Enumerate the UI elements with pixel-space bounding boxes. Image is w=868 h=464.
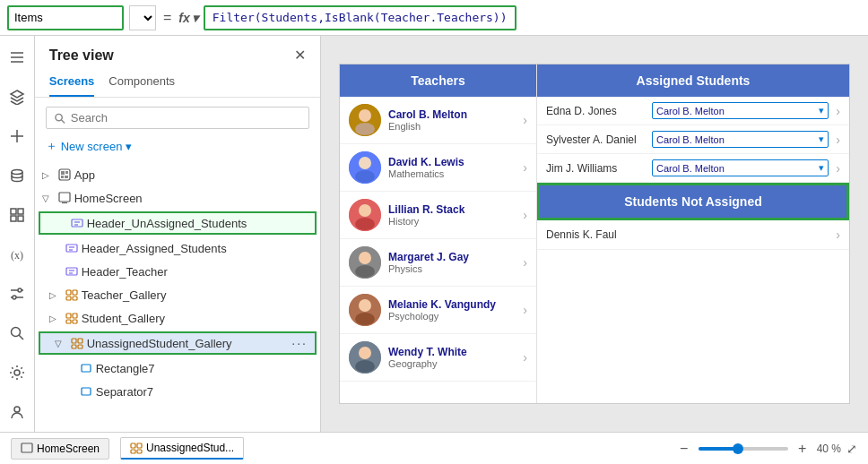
teacher-gallery-label: Teacher_Gallery bbox=[82, 288, 167, 302]
avatar-image bbox=[349, 246, 381, 279]
more-options-button[interactable]: ··· bbox=[291, 336, 308, 350]
settings-icon[interactable] bbox=[3, 358, 31, 387]
variable-icon[interactable]: (x) bbox=[3, 240, 31, 269]
tree-item-header-assigned[interactable]: ▷ Header_Assigned_Students bbox=[35, 236, 320, 260]
dropdown[interactable] bbox=[129, 5, 156, 30]
tree-search-box[interactable] bbox=[46, 107, 309, 129]
svg-rect-35 bbox=[66, 268, 77, 275]
svg-rect-43 bbox=[73, 314, 77, 318]
app-frame: Teachers Carol B. Melton English › bbox=[339, 64, 850, 404]
rectangle7-label: Rectangle7 bbox=[96, 362, 155, 375]
teacher-avatar bbox=[349, 151, 381, 184]
teacher-item[interactable]: David K. Lewis Mathematics › bbox=[340, 144, 536, 192]
homescreen-tab[interactable]: HomeScreen bbox=[11, 438, 109, 460]
svg-rect-39 bbox=[73, 290, 77, 295]
tab-components[interactable]: Components bbox=[108, 71, 175, 97]
teacher-info: Wendy T. White Geography bbox=[388, 346, 516, 369]
items-input[interactable] bbox=[7, 5, 124, 30]
svg-point-68 bbox=[359, 347, 371, 359]
tree-item-separator7[interactable]: ▷ Separator7 bbox=[35, 380, 320, 403]
tree-item-rectangle7[interactable]: ▷ Rectangle7 bbox=[35, 357, 320, 380]
avatar-image bbox=[349, 104, 381, 136]
zoom-in-button[interactable]: + bbox=[794, 440, 812, 458]
teacher-subject: Physics bbox=[388, 263, 516, 274]
svg-point-65 bbox=[359, 299, 371, 312]
teachers-header: Teachers bbox=[340, 64, 536, 97]
chevron-right-icon: › bbox=[523, 255, 527, 270]
chevron-right-icon: › bbox=[523, 303, 527, 317]
user-icon[interactable] bbox=[3, 398, 31, 426]
teacher-item[interactable]: Melanie K. Vangundy Psychology › bbox=[340, 287, 536, 334]
new-screen-button[interactable]: ＋ New screen ▾ bbox=[35, 134, 320, 159]
teacher-select[interactable]: Carol B. Melton ▾ bbox=[652, 102, 829, 119]
chevron-right-icon: › bbox=[523, 160, 527, 175]
separator-icon bbox=[80, 385, 92, 398]
svg-rect-74 bbox=[137, 450, 142, 453]
tree-item-header-teacher[interactable]: ▷ Header_Teacher bbox=[35, 260, 320, 283]
fx-dropdown-arrow: ▾ bbox=[192, 11, 198, 25]
teacher-item[interactable]: Carol B. Melton English › bbox=[340, 97, 536, 144]
gallery-icon bbox=[71, 337, 83, 349]
tree-item-homescreen[interactable]: ▽ HomeScreen bbox=[35, 186, 320, 210]
grid-icon[interactable] bbox=[3, 201, 31, 229]
tab-screens[interactable]: Screens bbox=[49, 71, 95, 97]
tree-item-teacher-gallery[interactable]: ▷ Teacher_Gallery bbox=[35, 283, 320, 306]
tree-item-unassigned-gallery[interactable]: ▽ UnassignedStudent_Gallery ··· bbox=[39, 331, 317, 355]
tree-item-app[interactable]: ▷ App bbox=[35, 163, 320, 186]
add-icon[interactable] bbox=[3, 122, 31, 150]
layers-icon[interactable] bbox=[3, 82, 31, 111]
dropdown-arrow-icon: ▾ bbox=[819, 162, 824, 174]
zoom-controls: − + 40 % ⤢ bbox=[675, 440, 857, 458]
student-gallery-label: Student_Gallery bbox=[82, 312, 165, 325]
zoom-slider[interactable] bbox=[699, 447, 788, 451]
teacher-select[interactable]: Carol B. Melton ▾ bbox=[652, 159, 829, 176]
search-icon[interactable] bbox=[3, 319, 31, 348]
svg-rect-23 bbox=[61, 171, 65, 175]
controls-icon[interactable] bbox=[3, 279, 31, 308]
svg-point-57 bbox=[355, 170, 375, 183]
teacher-select[interactable]: Carol B. Melton ▾ bbox=[652, 131, 829, 148]
rectangle-icon bbox=[80, 362, 92, 374]
student-name: Edna D. Jones bbox=[546, 105, 645, 117]
unassigned-gallery-label: UnassignedStudent_Gallery bbox=[87, 337, 232, 350]
tree-item-header-unassigned[interactable]: ▷ Header_UnAssigned_Students bbox=[39, 211, 317, 235]
search-icon bbox=[54, 112, 65, 125]
teacher-item[interactable]: Wendy T. White Geography › bbox=[340, 334, 536, 382]
header-teacher-label: Header_Teacher bbox=[82, 265, 168, 279]
tree-item-student-gallery[interactable]: ▷ Student_Gallery bbox=[35, 306, 320, 330]
zoom-out-button[interactable]: − bbox=[675, 440, 693, 458]
chevron-right-icon: › bbox=[836, 133, 840, 147]
expand-icon[interactable]: ⤢ bbox=[846, 442, 857, 456]
svg-rect-73 bbox=[131, 450, 135, 453]
unassigned-tab[interactable]: UnassignedStud... bbox=[120, 437, 244, 460]
top-bar: = fx ▾ Filter(Students,IsBlank(Teacher.T… bbox=[0, 0, 868, 36]
hamburger-icon[interactable] bbox=[3, 43, 31, 72]
svg-rect-42 bbox=[66, 314, 71, 318]
formula-bar[interactable]: Filter(Students,IsBlank(Teacher.Teachers… bbox=[204, 5, 516, 30]
chevron-right-icon: › bbox=[523, 113, 527, 127]
not-assigned-row[interactable]: Dennis K. Faul › bbox=[537, 220, 849, 250]
avatar-image bbox=[349, 199, 381, 231]
teacher-info: Lillian R. Stack History bbox=[388, 203, 516, 227]
fx-indicator: fx ▾ bbox=[178, 11, 197, 25]
svg-rect-44 bbox=[66, 320, 71, 323]
teacher-subject: Mathematics bbox=[388, 168, 516, 179]
zoom-percent-label: 40 % bbox=[817, 443, 841, 455]
database-icon[interactable] bbox=[3, 161, 31, 190]
svg-point-53 bbox=[359, 109, 371, 122]
svg-point-56 bbox=[359, 157, 371, 169]
app-icon bbox=[58, 168, 71, 181]
expand-arrow: ▷ bbox=[42, 170, 55, 180]
search-input[interactable] bbox=[71, 111, 301, 125]
fx-label: fx bbox=[178, 11, 189, 25]
not-assigned-student-name: Dennis K. Faul bbox=[546, 228, 836, 241]
chevron-right-icon: › bbox=[523, 350, 527, 365]
teacher-avatar bbox=[349, 294, 381, 326]
tree-close-button[interactable]: ✕ bbox=[294, 47, 306, 64]
svg-point-18 bbox=[14, 370, 20, 375]
selected-teacher-label: Carol B. Melton bbox=[656, 106, 725, 116]
teacher-item[interactable]: Margaret J. Gay Physics › bbox=[340, 239, 536, 287]
teacher-name: Carol B. Melton bbox=[388, 108, 516, 121]
avatar-image bbox=[349, 151, 381, 184]
teacher-item[interactable]: Lillian R. Stack History › bbox=[340, 192, 536, 239]
